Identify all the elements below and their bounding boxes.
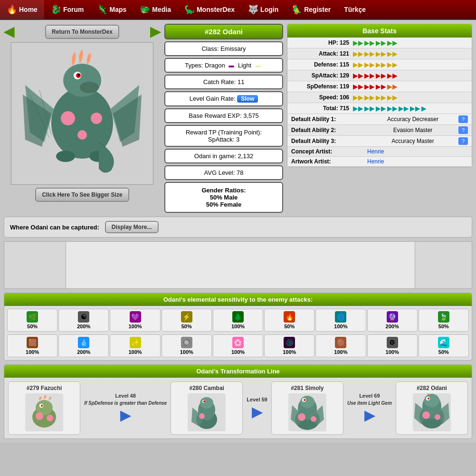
nav-forum[interactable]: 🐉 Forum: [44, 0, 91, 19]
transform-monster-cambai[interactable]: #280 Cambai: [171, 381, 243, 435]
transform-monster-simoly[interactable]: #281 Simoly: [271, 381, 343, 435]
ability-help-2[interactable]: ?: [458, 126, 468, 134]
map-right-panel: [415, 242, 472, 288]
stat-label-spattack: SpAttack: 129: [291, 72, 353, 79]
elemental-section: Odani's elemental sensitivity to the ene…: [4, 293, 472, 361]
svg-point-37: [304, 399, 305, 401]
defense-arrow-1: ▶▶: [353, 61, 363, 68]
elem-wind-icon: 🍃: [438, 311, 449, 323]
map-area: [4, 241, 472, 289]
odani-name: #282 Odani: [399, 385, 465, 391]
elemental-grid-row2: 🟫 100% 💧 200% ✨ 100% 🔘 100% 🌸 100% 🌑: [4, 334, 472, 360]
fazuchi-name: #279 Fazuchi: [11, 385, 77, 391]
display-more-button[interactable]: Display More...: [105, 221, 159, 233]
elem-earth: 🟫 100%: [7, 334, 57, 357]
nav-login[interactable]: 🐺 Login: [241, 0, 285, 19]
attack-arrow-1: ▶▶: [353, 50, 363, 57]
spattack-arrow-3: ▶▶: [376, 72, 386, 79]
spattack-arrow-4: ▶▶: [387, 72, 398, 79]
stat-arrows-hp: ▶▶ ▶▶ ▶▶ ▶▶: [353, 39, 468, 47]
svg-point-27: [200, 397, 213, 409]
middle-panel: #282 Odani Class: Emissary Types: Dragon…: [164, 24, 283, 213]
capture-section: Where Odani can be captured: Display Mor…: [4, 217, 472, 238]
elem-light: ✨ 100%: [110, 334, 160, 357]
elem-fire-icon: 🔥: [284, 311, 295, 323]
stat-row-spattack: SpAttack: 129 ▶▶ ▶▶ ▶▶ ▶▶: [287, 70, 472, 81]
stat-arrows-spdefense: ▶▶ ▶▶ ▶▶ ▶▶: [353, 83, 468, 90]
transform-monster-fazuchi[interactable]: #279 Fazuchi: [8, 381, 80, 435]
ability-label-2: Default Ability 2:: [291, 127, 367, 133]
ability-value-1: Accuracy Decreaser: [367, 116, 458, 123]
return-to-monsterdex-button[interactable]: Return To MonsterDex: [45, 25, 119, 39]
svg-point-22: [36, 412, 43, 420]
ability-help-3[interactable]: ?: [458, 137, 468, 145]
concept-artist-row: Concept Artist: Henrie: [287, 147, 472, 157]
catch-rate: Catch Rate: 11: [164, 75, 283, 89]
stat-arrows-defense: ▶▶ ▶▶ ▶▶ ▶▶: [353, 61, 468, 68]
nav-turkish[interactable]: Türkçe: [337, 0, 372, 19]
transform-monster-odani[interactable]: #282 Odani: [396, 381, 468, 435]
next-arrow-button[interactable]: ▶: [150, 24, 161, 39]
stat-row-speed: Speed: 106 ▶▶ ▶▶ ▶▶ ▶▶: [287, 92, 472, 103]
bigger-size-button[interactable]: Click Here To See Bigger Size: [35, 188, 129, 202]
map-left-panel: [4, 242, 66, 288]
elem-rock: 🟤 100%: [315, 334, 366, 357]
elem-spiral-icon: 🌊: [438, 337, 449, 348]
total-arrow-3: ▶▶: [376, 105, 386, 112]
defense-arrow-2: ▶▶: [364, 61, 375, 68]
elem-rock-icon: 🟤: [335, 337, 346, 348]
gender-ratios: Gender Ratios: 50% Male 50% Female: [164, 182, 283, 213]
nav-register[interactable]: 🦜 Register: [285, 0, 337, 19]
nav-media[interactable]: 🐲 Media: [133, 0, 178, 19]
ability-value-2: Evasion Master: [367, 127, 458, 133]
nav-home[interactable]: 🔥 Home: [0, 0, 44, 19]
transform-arrow-2: Level 59 ▶: [243, 397, 271, 420]
register-icon: 🦜: [292, 4, 302, 15]
elem-ice: 💧 200%: [58, 334, 109, 357]
svg-point-10: [78, 74, 80, 76]
spdefense-arrow-1: ▶▶: [353, 83, 363, 90]
svg-point-29: [203, 400, 205, 402]
spattack-arrow-2: ▶▶: [364, 72, 375, 79]
spdefense-arrow-3: ▶▶: [376, 83, 386, 90]
home-icon: 🔥: [7, 4, 17, 15]
stat-label-defense: Defense: 115: [291, 61, 353, 68]
elem-fairy-icon: 🌸: [232, 337, 244, 348]
svg-point-46: [428, 398, 429, 400]
artwork-artist-row: Artwork Artist: Henrie: [287, 157, 472, 167]
stat-arrows-total: ▶▶ ▶▶ ▶▶ ▶▶ ▶▶ ▶▶ ▶: [353, 105, 468, 112]
monster-image: [11, 42, 153, 185]
stat-arrows-attack: ▶▶ ▶▶ ▶▶ ▶▶: [353, 50, 468, 57]
total-arrow-7: ▶: [421, 105, 427, 112]
monster-sprite: [16, 47, 149, 180]
ability-help-1[interactable]: ?: [458, 115, 468, 123]
map-main-panel: [66, 242, 415, 288]
type-dragon-badge: [228, 66, 234, 67]
elem-nature: 🌿 50%: [7, 309, 57, 332]
speed-arrow-2: ▶▶: [364, 94, 375, 101]
nav-arrows: ◀ Return To MonsterDex ▶: [4, 24, 161, 39]
svg-point-11: [61, 111, 75, 125]
concept-artist-link[interactable]: Henrie: [367, 148, 384, 155]
transform-arrow-1: Level 48 If SpDefense is greater than De…: [80, 393, 171, 423]
ability-row-1: Default Ability 1: Accuracy Decreaser ?: [287, 114, 472, 125]
svg-point-30: [199, 413, 205, 419]
prev-arrow-button[interactable]: ◀: [4, 24, 14, 39]
stat-row-attack: Attack: 121 ▶▶ ▶▶ ▶▶ ▶▶: [287, 48, 472, 59]
elem-nature-icon: 🌿: [27, 311, 38, 323]
avg-level: AVG Level: 78: [164, 165, 283, 180]
monster-class: Class: Emissary: [164, 41, 283, 56]
transformation-header: Odani's Transformation Line: [4, 365, 472, 378]
artwork-artist-link[interactable]: Henrie: [367, 158, 384, 165]
stat-label-hp: HP: 125: [291, 39, 353, 46]
elem-thunder: ⚡ 50%: [162, 309, 212, 332]
svg-point-23: [47, 415, 53, 421]
elem-earth-icon: 🟫: [27, 337, 38, 348]
monster-number-name: #282 Odani: [164, 24, 283, 39]
fazuchi-image: [25, 393, 63, 431]
speed-arrow-3: ▶▶: [376, 94, 386, 101]
hp-arrow-4: ▶▶: [387, 39, 398, 47]
nav-monsterdex[interactable]: 🦕 MonsterDex: [178, 0, 241, 19]
elem-fire: 🔥 50%: [264, 309, 314, 332]
nav-maps[interactable]: 🦎 Maps: [90, 0, 133, 19]
